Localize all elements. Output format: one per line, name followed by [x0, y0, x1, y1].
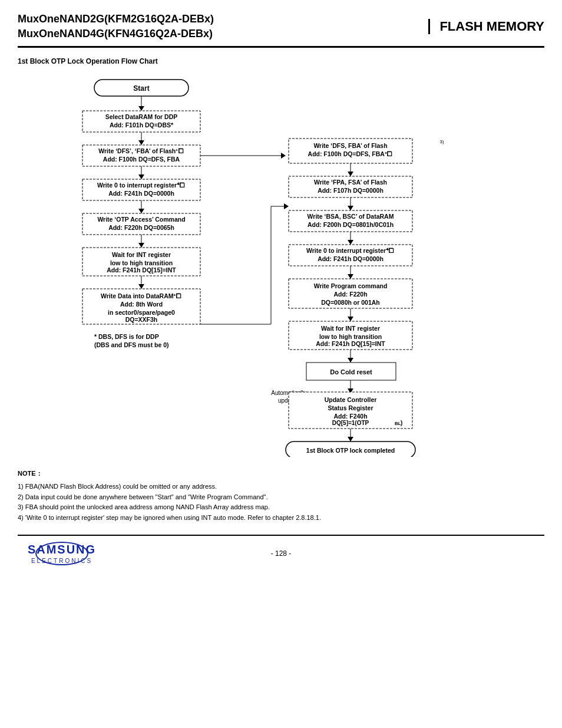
svg-marker-42	[284, 203, 289, 209]
svg-text:Wait for INT register: Wait for INT register	[321, 325, 380, 332]
svg-marker-91	[348, 437, 353, 442]
svg-text:Add: F100h DQ=DFS, FBA: Add: F100h DQ=DFS, FBA	[103, 156, 180, 163]
section-title: 1st Block OTP Lock Operation Flow Chart	[18, 57, 544, 65]
svg-marker-3	[138, 106, 144, 111]
svg-text:1st Block OTP lock completed: 1st Block OTP lock completed	[306, 447, 395, 454]
page-number: - 128 -	[271, 549, 292, 558]
svg-text:Add: F107h DQ=0000h: Add: F107h DQ=0000h	[318, 187, 384, 194]
svg-text:Write ‘DFS, FBA’ of Flash: Write ‘DFS, FBA’ of Flash	[313, 142, 387, 149]
svg-text:low to high transition: low to high transition	[110, 259, 173, 266]
svg-marker-75	[348, 358, 353, 363]
svg-text:* DBS, DFS is for DDP: * DBS, DFS is for DDP	[94, 333, 159, 340]
note-title: NOTE：	[18, 469, 544, 479]
svg-text:Select DataRAM for DDP: Select DataRAM for DDP	[105, 113, 178, 120]
svg-text:Add: F220h: Add: F220h	[333, 291, 367, 298]
svg-text:3): 3)	[439, 139, 444, 144]
svg-text:DQ=XXF3h: DQ=XXF3h	[125, 316, 158, 323]
svg-marker-18	[138, 209, 144, 213]
svg-text:DQ[5]=1(OTP: DQ[5]=1(OTP	[332, 420, 369, 426]
svg-text:Write ‘OTP Access’ Command: Write ‘OTP Access’ Command	[97, 216, 185, 223]
svg-marker-69	[348, 317, 353, 321]
svg-marker-58	[348, 240, 353, 245]
header-title: MuxOneNAND2G(KFM2G16Q2A-DEBx) MuxOneNAND…	[18, 12, 214, 41]
svg-marker-38	[281, 153, 286, 159]
svg-text:Add: F241h DQ[15]=INT: Add: F241h DQ[15]=INT	[107, 266, 176, 274]
svg-text:low to high transition: low to high transition	[319, 333, 382, 340]
svg-text:Add: F100h DQ=DFS, FBA³⧠: Add: F100h DQ=DFS, FBA³⧠	[308, 150, 394, 157]
title-line1: MuxOneNAND2G(KFM2G16Q2A-DEBx)	[18, 12, 214, 27]
svg-text:Write 0 to interrupt register⁴: Write 0 to interrupt register⁴⧠	[306, 247, 395, 254]
samsung-oval: SAMSUNG ELECTRONICS	[35, 542, 88, 565]
svg-text:Write Program command: Write Program command	[314, 282, 388, 289]
svg-text:Add: F241h DQ=0000h: Add: F241h DQ=0000h	[318, 255, 384, 262]
header: MuxOneNAND2G(KFM2G16Q2A-DEBx) MuxOneNAND…	[18, 12, 544, 48]
svg-text:Update Controller: Update Controller	[325, 396, 377, 403]
header-section: FLASH MEMORY	[428, 19, 544, 34]
svg-text:Add: F241h DQ=0000h: Add: F241h DQ=0000h	[108, 190, 174, 197]
svg-marker-53	[348, 206, 353, 210]
svg-text:): )	[401, 420, 402, 426]
svg-text:Status Register: Status Register	[328, 404, 373, 411]
svg-text:Add: F241h DQ[15]=INT: Add: F241h DQ[15]=INT	[316, 340, 385, 347]
svg-marker-48	[348, 172, 353, 176]
note-item-1: 1) FBA(NAND Flash Block Address) could b…	[18, 482, 544, 492]
svg-text:Write Data into DataRAM²⧠: Write Data into DataRAM²⧠	[101, 292, 182, 299]
svg-text:in sector0/spare/page0: in sector0/spare/page0	[108, 309, 175, 316]
svg-text:Wait for INT register: Wait for INT register	[112, 251, 171, 258]
samsung-sub: ELECTRONICS	[31, 558, 92, 564]
svg-marker-23	[138, 243, 144, 248]
svg-text:Write ‘BSA, BSC’ of DataRAM: Write ‘BSA, BSC’ of DataRAM	[308, 213, 394, 220]
svg-text:Add: 8th Word: Add: 8th Word	[120, 301, 163, 308]
flowchart-area: Start Select DataRAM for DDP Add: F101h …	[18, 74, 544, 457]
page-container: MuxOneNAND2G(KFM2G16Q2A-DEBx) MuxOneNAND…	[0, 0, 562, 728]
samsung-logo: SAMSUNG ELECTRONICS	[35, 542, 88, 565]
svg-text:Add: F200h DQ=0801h/0C01h: Add: F200h DQ=0801h/0C01h	[308, 221, 394, 228]
svg-marker-13	[138, 174, 144, 179]
note-item-2: 2) Data input could be done anywhere bet…	[18, 492, 544, 503]
samsung-text: SAMSUNG	[28, 543, 96, 556]
note-items: 1) FBA(NAND Flash Block Address) could b…	[18, 482, 544, 523]
note-section: NOTE： 1) FBA(NAND Flash Block Address) c…	[18, 469, 544, 523]
svg-text:(DBS and DFS must be 0): (DBS and DFS must be 0)	[94, 341, 169, 348]
svg-text:Add: F220h DQ=0065h: Add: F220h DQ=0065h	[108, 224, 174, 231]
svg-text:Do Cold reset: Do Cold reset	[330, 368, 372, 375]
svg-text:Add: F101h DQ=DBS*: Add: F101h DQ=DBS*	[110, 121, 174, 129]
svg-text:Add: F240h: Add: F240h	[333, 413, 367, 420]
note-item-4: 4) 'Write 0 to interrupt register' step …	[18, 513, 544, 523]
svg-marker-8	[138, 140, 144, 145]
note-item-3: 3) FBA should point the unlocked area ad…	[18, 502, 544, 513]
svg-text:Write ‘FPA, FSA’ of Flash: Write ‘FPA, FSA’ of Flash	[314, 179, 387, 186]
svg-text:Start: Start	[133, 84, 149, 93]
flowchart-svg: Start Select DataRAM for DDP Add: F101h …	[18, 74, 524, 457]
svg-marker-29	[138, 284, 144, 289]
svg-text:Write 0 to interrupt register⁴: Write 0 to interrupt register⁴⧠	[97, 182, 186, 189]
svg-text:DQ=0080h or 001Ah: DQ=0080h or 001Ah	[321, 299, 380, 306]
svg-text:Write ‘DFS’, ‘FBA’ of Flash¹⧠: Write ‘DFS’, ‘FBA’ of Flash¹⧠	[98, 147, 184, 154]
footer: SAMSUNG ELECTRONICS - 128 -	[18, 535, 544, 565]
title-line2: MuxOneNAND4G(KFN4G16Q2A-DEBx)	[18, 27, 214, 41]
svg-marker-63	[348, 274, 353, 279]
